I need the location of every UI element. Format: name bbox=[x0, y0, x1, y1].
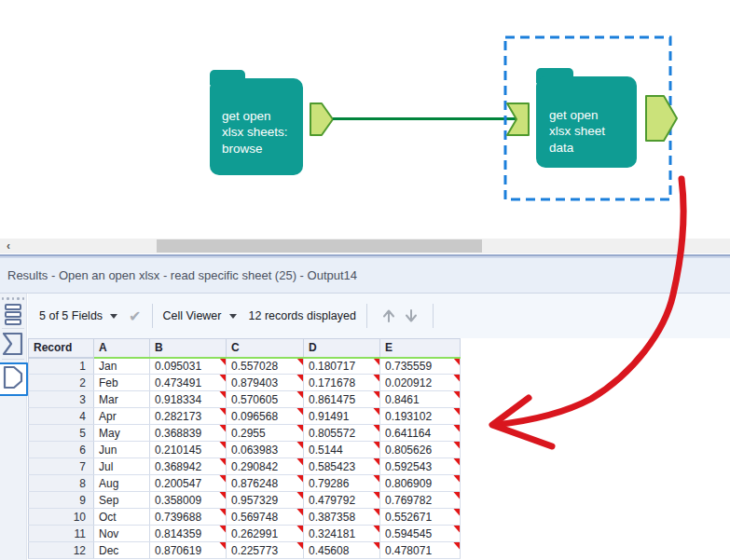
record-number-cell[interactable]: 12 bbox=[29, 542, 94, 559]
record-number-cell[interactable]: 5 bbox=[29, 425, 94, 442]
data-cell[interactable]: 0.585423 bbox=[304, 458, 380, 475]
chevron-down-icon[interactable] bbox=[110, 314, 117, 319]
table-row[interactable]: 9Sep0.3580090.9573290.4797920.769782 bbox=[29, 492, 461, 509]
chevron-down-icon[interactable] bbox=[229, 314, 237, 319]
data-cell[interactable]: 0.806909 bbox=[380, 475, 461, 492]
scroll-up-icon[interactable] bbox=[380, 307, 397, 324]
column-header-e[interactable]: E bbox=[380, 339, 461, 358]
data-cell[interactable]: 0.45608 bbox=[304, 542, 380, 559]
record-number-cell[interactable]: 4 bbox=[29, 408, 94, 425]
record-number-cell[interactable]: 6 bbox=[29, 442, 94, 458]
data-cell[interactable]: 0.473491 bbox=[150, 375, 227, 391]
cell-viewer-selector[interactable]: Cell Viewer bbox=[163, 309, 222, 322]
data-cell[interactable]: 0.387358 bbox=[304, 509, 380, 526]
data-cell[interactable]: 0.805626 bbox=[380, 442, 461, 458]
output-anchor-data[interactable] bbox=[645, 95, 679, 142]
data-cell[interactable]: 0.478071 bbox=[380, 542, 461, 559]
connection-line[interactable] bbox=[333, 117, 516, 120]
data-cell[interactable]: 0.557028 bbox=[227, 358, 304, 375]
data-cell[interactable]: Jul bbox=[94, 458, 150, 475]
input-anchor-view-icon[interactable] bbox=[0, 332, 26, 356]
column-header-a[interactable]: A bbox=[94, 339, 150, 358]
output-anchor-browse[interactable] bbox=[310, 102, 334, 136]
input-anchor-data[interactable] bbox=[506, 102, 530, 136]
data-cell[interactable]: 0.210145 bbox=[150, 442, 227, 458]
data-cell[interactable]: 0.592543 bbox=[380, 458, 461, 475]
fields-selector[interactable]: 5 of 5 Fields bbox=[39, 309, 103, 322]
data-cell[interactable]: 0.225773 bbox=[227, 542, 304, 559]
data-cell[interactable]: 0.282173 bbox=[150, 408, 227, 425]
data-cell[interactable]: 0.918334 bbox=[150, 391, 227, 408]
data-cell[interactable]: 0.805572 bbox=[304, 425, 380, 442]
data-cell[interactable]: 0.879403 bbox=[227, 375, 304, 391]
data-cell[interactable]: 0.594545 bbox=[380, 526, 461, 542]
table-view-icon[interactable] bbox=[3, 304, 23, 325]
data-cell[interactable]: 0.358009 bbox=[150, 492, 227, 509]
tool-get-open-xlsx-sheets-browse[interactable]: get open xlsx sheets: browse bbox=[210, 70, 303, 175]
column-header-c[interactable]: C bbox=[227, 339, 304, 358]
data-cell[interactable]: 0.2955 bbox=[227, 425, 304, 442]
record-number-cell[interactable]: 11 bbox=[29, 526, 94, 542]
table-row[interactable]: 4Apr0.2821730.0965680.914910.193102 bbox=[29, 408, 461, 425]
data-cell[interactable]: 0.262991 bbox=[227, 526, 304, 542]
data-cell[interactable]: Feb bbox=[94, 375, 150, 391]
data-cell[interactable]: 0.096568 bbox=[227, 408, 304, 425]
checkmark-icon[interactable]: ✔ bbox=[129, 307, 141, 325]
data-cell[interactable]: Jun bbox=[94, 442, 150, 458]
table-row[interactable]: 6Jun0.2101450.0639830.51440.805626 bbox=[29, 442, 461, 458]
data-cell[interactable]: 0.324181 bbox=[304, 526, 380, 542]
data-cell[interactable]: Jan bbox=[94, 358, 150, 375]
data-cell[interactable]: 0.91491 bbox=[304, 408, 380, 425]
data-cell[interactable]: 0.095031 bbox=[150, 358, 227, 375]
data-cell[interactable]: 0.290842 bbox=[227, 458, 304, 475]
record-number-cell[interactable]: 2 bbox=[29, 375, 94, 391]
table-row[interactable]: 1Jan0.0950310.5570280.1807170.735559 bbox=[29, 358, 461, 375]
table-row[interactable]: 7Jul0.3689420.2908420.5854230.592543 bbox=[29, 458, 461, 475]
table-row[interactable]: 5May0.3688390.29550.8055720.641164 bbox=[29, 425, 461, 442]
data-cell[interactable]: 0.569748 bbox=[227, 509, 304, 526]
data-cell[interactable]: 0.735559 bbox=[380, 358, 461, 375]
data-cell[interactable]: 0.570605 bbox=[227, 391, 304, 408]
data-cell[interactable]: Apr bbox=[94, 408, 150, 425]
data-cell[interactable]: 0.368942 bbox=[150, 458, 227, 475]
table-row[interactable]: 10Oct0.7396880.5697480.3873580.552671 bbox=[29, 509, 461, 526]
table-row[interactable]: 2Feb0.4734910.8794030.1716780.020912 bbox=[29, 375, 461, 391]
column-header-record[interactable]: Record bbox=[29, 339, 94, 358]
data-cell[interactable]: Dec bbox=[94, 542, 150, 559]
data-cell[interactable]: Mar bbox=[94, 391, 150, 408]
record-number-cell[interactable]: 8 bbox=[29, 475, 94, 492]
output-anchor-view-selected[interactable] bbox=[0, 362, 26, 396]
data-cell[interactable]: Sep bbox=[94, 492, 150, 509]
table-row[interactable]: 3Mar0.9183340.5706050.8614750.8461 bbox=[29, 391, 461, 408]
data-cell[interactable]: 0.79286 bbox=[304, 475, 380, 492]
data-cell[interactable]: Nov bbox=[94, 526, 150, 542]
data-cell[interactable]: 0.368839 bbox=[150, 425, 227, 442]
horizontal-scrollbar[interactable]: ‹ bbox=[0, 239, 730, 253]
data-cell[interactable]: Oct bbox=[94, 509, 150, 526]
tool-get-open-xlsx-sheet-data[interactable]: get open xlsx sheet data bbox=[536, 68, 637, 168]
data-cell[interactable]: 0.870619 bbox=[150, 542, 227, 559]
column-header-d[interactable]: D bbox=[304, 339, 380, 358]
data-cell[interactable]: 0.552671 bbox=[380, 509, 461, 526]
table-row[interactable]: 12Dec0.8706190.2257730.456080.478071 bbox=[29, 542, 461, 559]
data-cell[interactable]: 0.957329 bbox=[227, 492, 304, 509]
data-cell[interactable]: May bbox=[94, 425, 150, 442]
data-cell[interactable]: Aug bbox=[94, 475, 150, 492]
scroll-left-icon[interactable]: ‹ bbox=[2, 239, 15, 253]
table-row[interactable]: 11Nov0.8143590.2629910.3241810.594545 bbox=[29, 526, 461, 542]
data-cell[interactable]: 0.5144 bbox=[304, 442, 380, 458]
record-number-cell[interactable]: 9 bbox=[29, 492, 94, 509]
scroll-down-icon[interactable] bbox=[403, 307, 420, 324]
data-cell[interactable]: 0.020912 bbox=[380, 375, 461, 391]
data-cell[interactable]: 0.769782 bbox=[380, 492, 461, 509]
record-number-cell[interactable]: 1 bbox=[29, 358, 94, 375]
data-cell[interactable]: 0.180717 bbox=[304, 358, 380, 375]
record-number-cell[interactable]: 3 bbox=[29, 391, 94, 408]
data-cell[interactable]: 0.8461 bbox=[380, 391, 461, 408]
data-cell[interactable]: 0.739688 bbox=[150, 509, 227, 526]
record-number-cell[interactable]: 10 bbox=[29, 509, 94, 526]
data-cell[interactable]: 0.063983 bbox=[227, 442, 304, 458]
data-cell[interactable]: 0.200547 bbox=[150, 475, 227, 492]
data-cell[interactable]: 0.641164 bbox=[380, 425, 461, 442]
scrollbar-thumb[interactable] bbox=[157, 239, 482, 253]
